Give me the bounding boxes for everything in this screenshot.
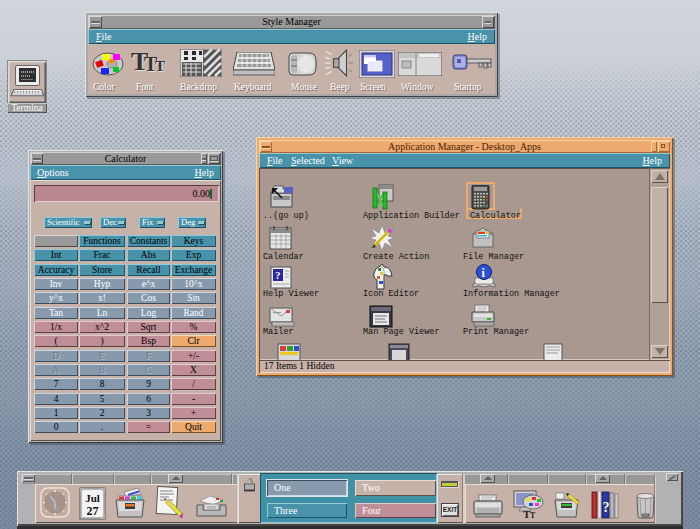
- svg-text:?: ?: [275, 269, 281, 281]
- svg-text:Jul: Jul: [85, 492, 100, 504]
- svg-text:?: ?: [603, 500, 610, 515]
- svg-text:T: T: [530, 511, 536, 519]
- svg-text:27: 27: [87, 504, 99, 518]
